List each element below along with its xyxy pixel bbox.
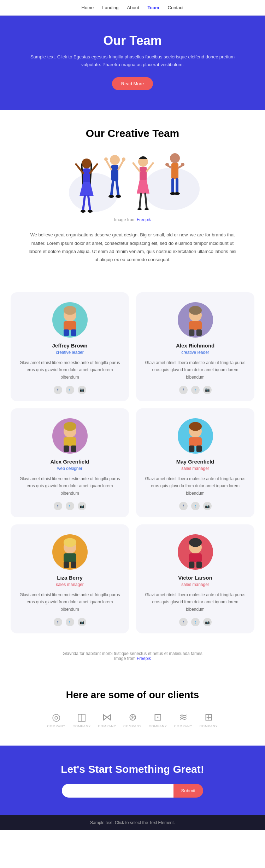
member-name: Alex Richmond <box>143 343 247 349</box>
twitter-icon[interactable]: t <box>66 502 74 510</box>
read-more-button[interactable]: Read More <box>112 77 153 90</box>
member-bio: Glavi amet ritnisl libero molestie ante … <box>143 475 247 497</box>
team-card: Liza Berrysales managerGlavi amet ritnis… <box>11 524 129 633</box>
facebook-icon[interactable]: f <box>54 618 62 626</box>
team-grid: Jeffrey Browncreative leaderGlavi amet r… <box>0 292 265 648</box>
svg-line-17 <box>117 181 118 195</box>
client-icon: ≋ <box>179 711 187 723</box>
instagram-icon[interactable]: 📷 <box>78 618 86 626</box>
member-avatar <box>52 418 88 454</box>
member-avatar <box>52 302 88 338</box>
footer-text: Sample text. Click to select the Text El… <box>90 820 175 825</box>
member-bio: Glavi amet ritnisl libero molestie ante … <box>18 591 122 613</box>
svg-point-19 <box>116 195 121 198</box>
clients-title: Here are some of our clients <box>14 689 251 701</box>
twitter-icon[interactable]: t <box>191 386 200 394</box>
twitter-icon[interactable]: t <box>66 386 74 394</box>
svg-point-10 <box>110 155 120 165</box>
svg-rect-51 <box>64 446 69 452</box>
nav-link-contact[interactable]: Contact <box>168 5 184 10</box>
svg-rect-3 <box>83 168 90 183</box>
hero-description: Sample text. Click to Egestas egestas fr… <box>28 53 237 69</box>
member-avatar <box>178 418 213 454</box>
instagram-icon[interactable]: 📷 <box>78 502 86 510</box>
member-bio: Glavi amet ritnisl libero molestie ante … <box>18 475 122 497</box>
social-icons: ft📷 <box>143 386 247 394</box>
client-icon: ⊡ <box>154 711 162 723</box>
facebook-icon[interactable]: f <box>179 502 188 510</box>
cta-form: Submit <box>62 784 203 798</box>
freepik-link-2[interactable]: Freepik <box>137 656 151 661</box>
svg-rect-21 <box>140 167 147 181</box>
svg-point-2 <box>82 159 92 168</box>
client-icon: ⊛ <box>129 711 137 723</box>
twitter-icon[interactable]: t <box>66 618 74 626</box>
svg-rect-56 <box>189 446 194 452</box>
member-role: sales manager <box>143 466 247 471</box>
team-card: Alex Richmondcreative leaderGlavi amet r… <box>136 292 254 401</box>
svg-point-49 <box>64 422 76 431</box>
nav-link-landing[interactable]: Landing <box>102 5 118 10</box>
svg-point-14 <box>104 157 108 161</box>
svg-rect-57 <box>196 446 201 452</box>
team-card: Victor Larsonsales managerGlavi amet rit… <box>136 524 254 633</box>
social-icons: ft📷 <box>18 386 122 394</box>
svg-point-27 <box>145 208 149 210</box>
team-card: Jeffrey Browncreative leaderGlavi amet r… <box>11 292 129 401</box>
twitter-icon[interactable]: t <box>191 502 200 510</box>
hero-section: Our Team Sample text. Click to Egestas e… <box>0 16 265 110</box>
svg-rect-65 <box>189 553 202 562</box>
client-logo-5: ≋ COMPANY <box>174 711 193 728</box>
twitter-icon[interactable]: t <box>191 618 200 626</box>
svg-point-8 <box>81 210 86 213</box>
client-label: COMPANY <box>200 724 218 728</box>
clients-logos: ◎ COMPANY◫ COMPANY⋈ COMPANY⊛ COMPANY⊡ CO… <box>14 711 251 728</box>
client-label: COMPANY <box>123 724 142 728</box>
member-avatar <box>178 302 213 338</box>
cta-submit-button[interactable]: Submit <box>173 784 203 798</box>
svg-rect-50 <box>64 437 76 446</box>
facebook-icon[interactable]: f <box>179 386 188 394</box>
instagram-icon[interactable]: 📷 <box>203 386 212 394</box>
creative-team-section: Our Creative Team <box>0 110 265 292</box>
svg-point-15 <box>122 157 125 161</box>
team-illustration <box>58 150 207 214</box>
svg-rect-29 <box>171 163 178 179</box>
instagram-icon[interactable]: 📷 <box>203 502 212 510</box>
nav-link-about[interactable]: About <box>127 5 139 10</box>
member-role: sales manager <box>143 582 247 587</box>
svg-point-33 <box>181 163 184 166</box>
svg-point-9 <box>88 210 93 213</box>
svg-line-23 <box>147 163 153 171</box>
clients-section: Here are some of our clients ◎ COMPANY◫ … <box>0 675 265 746</box>
social-icons: ft📷 <box>143 618 247 626</box>
client-icon: ⋈ <box>102 711 112 723</box>
facebook-icon[interactable]: f <box>179 618 188 626</box>
svg-rect-42 <box>71 329 76 336</box>
footer: Sample text. Click to select the Text El… <box>0 815 265 830</box>
member-avatar <box>178 534 213 570</box>
social-icons: ft📷 <box>18 618 122 626</box>
member-role: web designer <box>18 466 122 471</box>
svg-rect-46 <box>189 329 194 336</box>
svg-point-37 <box>174 192 180 195</box>
cta-email-input[interactable] <box>62 784 173 798</box>
hero-title: Our Team <box>28 33 237 48</box>
nav-link-team[interactable]: Team <box>148 5 159 10</box>
freepik-link[interactable]: Freepik <box>137 217 151 222</box>
svg-rect-66 <box>189 562 194 568</box>
client-logo-3: ⊛ COMPANY <box>123 711 142 728</box>
svg-point-39 <box>64 306 76 315</box>
svg-rect-60 <box>64 553 76 562</box>
facebook-icon[interactable]: f <box>54 386 62 394</box>
client-logo-0: ◎ COMPANY <box>47 711 66 728</box>
client-label: COMPANY <box>98 724 116 728</box>
instagram-icon[interactable]: 📷 <box>78 386 86 394</box>
team-card: May Greenfieldsales managerGlavi amet ri… <box>136 408 254 517</box>
instagram-icon[interactable]: 📷 <box>203 618 212 626</box>
social-icons: ft📷 <box>18 502 122 510</box>
main-nav: HomeLandingAboutTeamContact <box>0 0 265 16</box>
client-icon: ◫ <box>77 711 86 723</box>
facebook-icon[interactable]: f <box>54 502 62 510</box>
nav-link-home[interactable]: Home <box>82 5 94 10</box>
